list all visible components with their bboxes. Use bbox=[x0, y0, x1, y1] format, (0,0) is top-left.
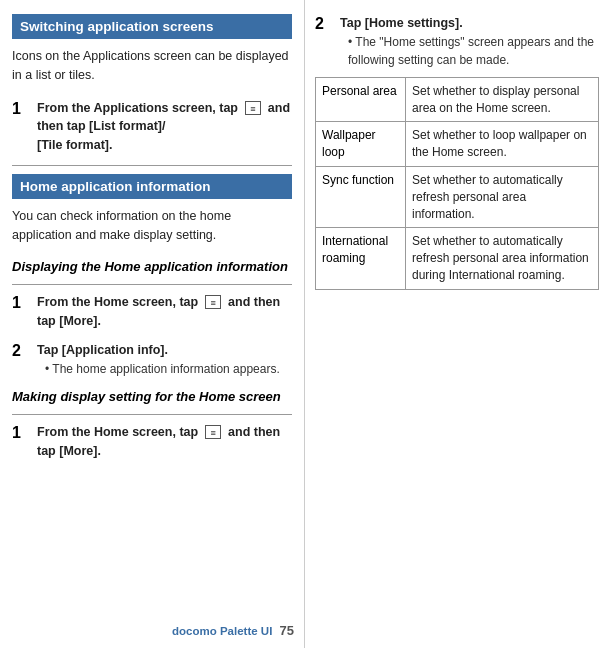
step-text: From the Applications screen, tap ≡ and … bbox=[37, 99, 292, 155]
step-number: 2 bbox=[315, 14, 335, 69]
table-row: Personal areaSet whether to display pers… bbox=[316, 77, 599, 122]
section2-step3: 1 From the Home screen, tap ≡ and then t… bbox=[12, 423, 292, 461]
step-text: Tap [Application info]. The home applica… bbox=[37, 341, 280, 378]
step-number: 1 bbox=[12, 293, 32, 331]
setting-description: Set whether to automatically refresh per… bbox=[406, 166, 599, 227]
divider1 bbox=[12, 165, 292, 166]
section2-body: You can check information on the home ap… bbox=[12, 207, 292, 245]
section1-header: Switching application screens bbox=[12, 14, 292, 39]
step-number: 1 bbox=[12, 99, 32, 155]
step2-tap-label: Tap [Home settings]. bbox=[340, 16, 463, 30]
divider3 bbox=[12, 414, 292, 415]
brand-label: docomo Palette UI bbox=[172, 625, 272, 637]
section2-header: Home application information bbox=[12, 174, 292, 199]
section1-step1: 1 From the Applications screen, tap ≡ an… bbox=[12, 99, 292, 155]
section1-body: Icons on the Applications screen can be … bbox=[12, 47, 292, 85]
sub-title2: Making display setting for the Home scre… bbox=[12, 388, 292, 406]
left-column: Switching application screens Icons on t… bbox=[0, 0, 305, 648]
step-number: 2 bbox=[12, 341, 32, 378]
right-step2: 2 Tap [Home settings]. The "Home setting… bbox=[315, 14, 599, 69]
step-text: Tap [Home settings]. The "Home settings"… bbox=[340, 14, 599, 69]
menu-icon: ≡ bbox=[245, 101, 261, 115]
setting-description: Set whether to automatically refresh per… bbox=[406, 228, 599, 289]
setting-label: Wallpaper loop bbox=[316, 122, 406, 167]
table-row: Sync functionSet whether to automaticall… bbox=[316, 166, 599, 227]
setting-label: Sync function bbox=[316, 166, 406, 227]
page-number: 75 bbox=[280, 623, 294, 638]
step-text: From the Home screen, tap ≡ and then tap… bbox=[37, 423, 292, 461]
step-number: 1 bbox=[12, 423, 32, 461]
right-column: 2 Tap [Home settings]. The "Home setting… bbox=[305, 0, 609, 648]
setting-label: Personal area bbox=[316, 77, 406, 122]
step2-bullet: The "Home settings" screen appears and t… bbox=[348, 33, 599, 69]
footer: docomo Palette UI 75 bbox=[172, 623, 294, 638]
step-text: From the Home screen, tap ≡ and then tap… bbox=[37, 293, 292, 331]
divider2 bbox=[12, 284, 292, 285]
settings-table: Personal areaSet whether to display pers… bbox=[315, 77, 599, 290]
page-container: Switching application screens Icons on t… bbox=[0, 0, 609, 648]
sub-bullet: The home application information appears… bbox=[45, 360, 280, 378]
setting-description: Set whether to display personal area on … bbox=[406, 77, 599, 122]
section2-step1: 1 From the Home screen, tap ≡ and then t… bbox=[12, 293, 292, 331]
section2-step2: 2 Tap [Application info]. The home appli… bbox=[12, 341, 292, 378]
sub-title1: Displaying the Home application informat… bbox=[12, 258, 292, 276]
setting-description: Set whether to loop wallpaper on the Hom… bbox=[406, 122, 599, 167]
menu-icon: ≡ bbox=[205, 425, 221, 439]
table-row: International roamingSet whether to auto… bbox=[316, 228, 599, 289]
menu-icon: ≡ bbox=[205, 295, 221, 309]
table-row: Wallpaper loopSet whether to loop wallpa… bbox=[316, 122, 599, 167]
setting-label: International roaming bbox=[316, 228, 406, 289]
